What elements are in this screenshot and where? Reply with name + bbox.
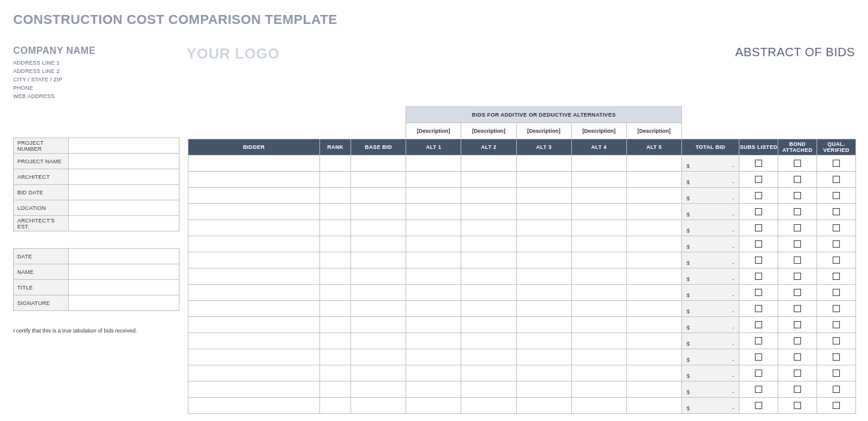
alt-cell[interactable] xyxy=(461,301,516,317)
subs-listed-checkbox[interactable] xyxy=(755,240,762,248)
base-bid-cell[interactable] xyxy=(351,382,406,398)
alt-cell[interactable] xyxy=(461,382,516,398)
subs-listed-checkbox[interactable] xyxy=(755,257,762,264)
base-bid-cell[interactable] xyxy=(351,220,406,236)
base-bid-cell[interactable] xyxy=(351,188,406,204)
base-bid-cell[interactable] xyxy=(351,269,406,285)
project-info-value[interactable] xyxy=(69,216,179,231)
alt-cell[interactable] xyxy=(461,398,516,414)
rank-cell[interactable] xyxy=(319,365,351,382)
bidder-cell[interactable] xyxy=(188,382,320,398)
qual-verified-checkbox[interactable] xyxy=(833,257,840,264)
qual-verified-checkbox[interactable] xyxy=(833,353,840,361)
alt-cell[interactable] xyxy=(571,172,626,188)
bond-attached-checkbox[interactable] xyxy=(794,353,801,361)
alt-cell[interactable] xyxy=(571,269,626,285)
alt-cell[interactable] xyxy=(571,204,626,220)
bond-attached-checkbox[interactable] xyxy=(794,337,801,344)
alt-cell[interactable] xyxy=(571,365,626,382)
alt-cell[interactable] xyxy=(626,204,681,220)
bond-attached-checkbox[interactable] xyxy=(794,192,801,199)
alt-cell[interactable] xyxy=(406,155,461,172)
rank-cell[interactable] xyxy=(319,269,351,285)
bidder-cell[interactable] xyxy=(188,365,320,382)
qual-verified-checkbox[interactable] xyxy=(833,240,840,248)
qual-verified-checkbox[interactable] xyxy=(833,160,840,167)
bidder-cell[interactable] xyxy=(188,172,320,188)
alt-cell[interactable] xyxy=(461,204,516,220)
alt-cell[interactable] xyxy=(406,252,461,269)
alt-cell[interactable] xyxy=(626,155,681,172)
bidder-cell[interactable] xyxy=(188,317,320,333)
bidder-cell[interactable] xyxy=(188,333,320,349)
alt-cell[interactable] xyxy=(406,349,461,365)
subs-listed-checkbox[interactable] xyxy=(755,305,762,312)
subs-listed-checkbox[interactable] xyxy=(755,208,762,215)
subs-listed-checkbox[interactable] xyxy=(755,402,762,409)
bidder-cell[interactable] xyxy=(188,285,320,301)
base-bid-cell[interactable] xyxy=(351,252,406,269)
bond-attached-checkbox[interactable] xyxy=(794,240,801,248)
rank-cell[interactable] xyxy=(319,252,351,269)
alt-cell[interactable] xyxy=(461,317,516,333)
rank-cell[interactable] xyxy=(319,398,351,414)
alt-3-description[interactable]: [Description] xyxy=(516,123,571,139)
alt-cell[interactable] xyxy=(571,188,626,204)
alt-cell[interactable] xyxy=(461,285,516,301)
rank-cell[interactable] xyxy=(319,188,351,204)
bidder-cell[interactable] xyxy=(188,398,320,414)
qual-verified-checkbox[interactable] xyxy=(833,402,840,409)
alt-cell[interactable] xyxy=(461,349,516,365)
subs-listed-checkbox[interactable] xyxy=(755,224,762,231)
base-bid-cell[interactable] xyxy=(351,285,406,301)
rank-cell[interactable] xyxy=(319,285,351,301)
rank-cell[interactable] xyxy=(319,220,351,236)
rank-cell[interactable] xyxy=(319,236,351,252)
alt-cell[interactable] xyxy=(461,333,516,349)
alt-cell[interactable] xyxy=(406,382,461,398)
bidder-cell[interactable] xyxy=(188,204,320,220)
alt-4-description[interactable]: [Description] xyxy=(571,123,626,139)
alt-cell[interactable] xyxy=(571,398,626,414)
alt-cell[interactable] xyxy=(516,365,571,382)
subs-listed-checkbox[interactable] xyxy=(755,192,762,199)
subs-listed-checkbox[interactable] xyxy=(755,370,762,377)
alt-cell[interactable] xyxy=(516,301,571,317)
alt-cell[interactable] xyxy=(406,365,461,382)
subs-listed-checkbox[interactable] xyxy=(755,337,762,344)
alt-cell[interactable] xyxy=(461,172,516,188)
alt-cell[interactable] xyxy=(626,188,681,204)
alt-cell[interactable] xyxy=(626,285,681,301)
qual-verified-checkbox[interactable] xyxy=(833,386,840,393)
bond-attached-checkbox[interactable] xyxy=(794,321,801,328)
bond-attached-checkbox[interactable] xyxy=(794,273,801,280)
subs-listed-checkbox[interactable] xyxy=(755,289,762,296)
bidder-cell[interactable] xyxy=(188,220,320,236)
qual-verified-checkbox[interactable] xyxy=(833,224,840,231)
alt-cell[interactable] xyxy=(406,333,461,349)
bond-attached-checkbox[interactable] xyxy=(794,224,801,231)
qual-verified-checkbox[interactable] xyxy=(833,321,840,328)
base-bid-cell[interactable] xyxy=(351,333,406,349)
bidder-cell[interactable] xyxy=(188,236,320,252)
base-bid-cell[interactable] xyxy=(351,301,406,317)
subs-listed-checkbox[interactable] xyxy=(755,176,762,183)
alt-cell[interactable] xyxy=(461,220,516,236)
alt-cell[interactable] xyxy=(571,333,626,349)
bond-attached-checkbox[interactable] xyxy=(794,370,801,377)
alt-cell[interactable] xyxy=(571,155,626,172)
base-bid-cell[interactable] xyxy=(351,349,406,365)
alt-2-description[interactable]: [Description] xyxy=(461,123,516,139)
alt-cell[interactable] xyxy=(626,252,681,269)
bond-attached-checkbox[interactable] xyxy=(794,176,801,183)
alt-cell[interactable] xyxy=(626,269,681,285)
qual-verified-checkbox[interactable] xyxy=(833,176,840,183)
alt-cell[interactable] xyxy=(461,236,516,252)
alt-cell[interactable] xyxy=(406,220,461,236)
alt-5-description[interactable]: [Description] xyxy=(626,123,681,139)
rank-cell[interactable] xyxy=(319,349,351,365)
alt-cell[interactable] xyxy=(626,236,681,252)
alt-cell[interactable] xyxy=(571,285,626,301)
alt-cell[interactable] xyxy=(461,252,516,269)
alt-cell[interactable] xyxy=(571,317,626,333)
